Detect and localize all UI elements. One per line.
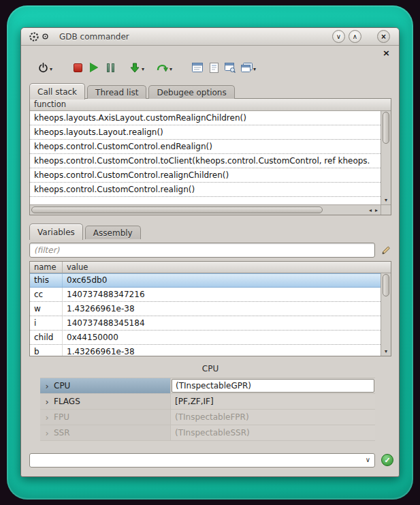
scroll-down-icon[interactable]: ▾ xyxy=(381,348,391,354)
variable-value: 1.43266961e-38 xyxy=(63,345,381,356)
close-icon: × xyxy=(381,33,386,41)
filter-input[interactable] xyxy=(29,243,375,258)
callstack-column-header[interactable]: function xyxy=(30,99,391,111)
scroll-left-icon[interactable]: ◂ xyxy=(369,207,372,213)
variable-row[interactable]: i 140737488345184 xyxy=(30,316,381,331)
horizontal-scroll-buttons: ◂ ▸ xyxy=(369,205,378,215)
variable-name: w xyxy=(30,302,63,316)
cpu-row-label: FLAGS xyxy=(54,397,80,406)
cpu-row[interactable]: › SSR (TInspectableSSR) xyxy=(40,425,375,441)
tab-thread-list[interactable]: Thread list xyxy=(87,85,146,99)
cpu-row[interactable]: › CPU (TInspectableGPR) xyxy=(40,378,375,394)
expander-icon[interactable]: › xyxy=(40,397,54,407)
combo-dropdown-icon[interactable]: ∨ xyxy=(366,456,370,463)
tab-assembly[interactable]: Assembly xyxy=(85,226,141,239)
app-icon xyxy=(29,31,39,42)
expander-icon[interactable]: › xyxy=(40,428,54,438)
variable-row[interactable]: cc 140737488347216 xyxy=(30,288,381,302)
variable-row[interactable]: b 1.43266961e-38 xyxy=(30,345,381,356)
callstack-row[interactable]: kheops.layouts.Layout.realign() xyxy=(30,125,381,140)
inspect-windows-button[interactable] xyxy=(239,59,254,76)
command-combobox[interactable]: ∨ xyxy=(29,453,375,468)
cpu-row-label: FPU xyxy=(54,412,69,422)
step-into-icon xyxy=(130,63,140,73)
variable-value: 0xc65db0 xyxy=(63,274,381,287)
pen-icon[interactable] xyxy=(381,245,391,258)
cpu-row-name-cell: › CPU xyxy=(40,378,171,393)
callstack-row[interactable]: kheops.control.CustomControl.endRealign(… xyxy=(30,140,381,154)
scroll-down-icon[interactable]: ▾ xyxy=(381,197,391,203)
titlebar[interactable]: GDB commander ∨ ∧ × xyxy=(21,28,399,46)
tab-variables[interactable]: Variables xyxy=(29,224,83,240)
view-output-icon xyxy=(192,63,203,72)
scroll-right-icon[interactable]: ▸ xyxy=(375,207,378,213)
variable-name: this xyxy=(30,274,63,287)
variables-list: this 0xc65db0 cc 140737488347216 w 1.432… xyxy=(30,273,381,356)
power-icon xyxy=(38,63,48,73)
step-over-dropdown-arrow[interactable]: ▾ xyxy=(169,66,172,72)
cpu-row-value-cell: (TInspectableGPR) xyxy=(171,378,375,393)
variable-row[interactable]: child 0x44150000 xyxy=(30,331,381,345)
pause-button[interactable] xyxy=(103,59,118,76)
power-dropdown-arrow[interactable]: ▾ xyxy=(50,66,52,72)
variable-row[interactable]: this 0xc65db0 xyxy=(30,273,381,288)
minimize-button[interactable]: ∨ xyxy=(332,30,345,43)
cpu-row-name-cell: › FPU xyxy=(40,410,171,425)
cpu-inspector-table: › CPU (TInspectableGPR) › FLAGS [PF,ZF,I… xyxy=(40,378,375,441)
tab-call-stack[interactable]: Call stack xyxy=(29,83,85,100)
scrollbar-thumb[interactable] xyxy=(383,112,389,144)
confirm-button[interactable]: ✓ xyxy=(381,454,393,466)
variables-tab-bar: Variables Assembly xyxy=(29,223,143,239)
step-over-button[interactable] xyxy=(155,59,170,76)
stack-tab-bar: Call stack Thread list Debugee options xyxy=(29,82,237,99)
minimize-icon: ∨ xyxy=(336,33,341,40)
callstack-row[interactable]: kheops.control.CustomControl.realign() xyxy=(30,183,381,197)
close-button[interactable]: × xyxy=(377,30,390,43)
run-icon xyxy=(90,63,98,72)
variables-header-row: name value xyxy=(30,262,391,273)
decorative-frame: GDB commander ∨ ∧ × × ▾ xyxy=(7,5,413,500)
step-into-dropdown-arrow[interactable]: ▾ xyxy=(142,66,144,72)
cpu-row-name-cell: › FLAGS xyxy=(40,394,171,409)
callstack-panel: function kheops.layouts.AxisLayout.custo… xyxy=(29,98,391,215)
cpu-row[interactable]: › FLAGS [PF,ZF,IF] xyxy=(40,394,375,410)
inspect-windows-dropdown-arrow[interactable]: ▾ xyxy=(253,66,256,72)
variable-value: 140737488345184 xyxy=(63,316,381,330)
cpu-row-label: CPU xyxy=(54,381,70,391)
cpu-row-value-cell: (TInspectableSSR) xyxy=(171,425,375,440)
cpu-value-editor[interactable]: (TInspectableGPR) xyxy=(172,379,374,393)
power-button[interactable] xyxy=(35,59,50,76)
stop-icon xyxy=(74,63,82,72)
variable-row[interactable]: w 1.43266961e-38 xyxy=(30,302,381,316)
dock-close-button[interactable]: × xyxy=(383,48,390,57)
step-into-button[interactable] xyxy=(127,59,142,76)
scrollbar-thumb[interactable] xyxy=(31,206,323,213)
scrollbar-thumb[interactable] xyxy=(383,274,389,296)
run-button[interactable] xyxy=(86,59,101,76)
scrollbar-corner xyxy=(381,204,391,215)
view-source-button[interactable] xyxy=(206,59,221,76)
column-header-value[interactable]: value xyxy=(63,262,88,273)
cpu-row-value-cell: [PF,ZF,IF] xyxy=(171,394,375,409)
view-watchpoints-icon xyxy=(225,63,236,73)
variables-panel: name value this 0xc65db0 cc 140737488347… xyxy=(29,261,391,356)
callstack-horizontal-scrollbar[interactable]: ◂ ▸ xyxy=(30,204,381,215)
callstack-row[interactable]: kheops.control.CustomControl.toClient(kh… xyxy=(30,154,381,168)
maximize-button[interactable]: ∧ xyxy=(349,30,361,43)
variables-vertical-scrollbar[interactable]: ▾ xyxy=(381,273,391,356)
view-watchpoints-button[interactable] xyxy=(223,59,238,76)
inspect-windows-icon xyxy=(241,63,253,72)
column-header-name[interactable]: name xyxy=(30,262,63,273)
tab-debugee-options[interactable]: Debugee options xyxy=(148,85,234,99)
callstack-row[interactable]: kheops.layouts.AxisLayout.customRealignC… xyxy=(30,111,381,125)
stop-button[interactable] xyxy=(70,59,85,76)
callstack-row[interactable]: kheops.control.CustomControl.realignChil… xyxy=(30,168,381,183)
cpu-group-title: CPU xyxy=(29,364,391,373)
expander-icon[interactable]: › xyxy=(40,412,54,423)
callstack-vertical-scrollbar[interactable]: ▾ xyxy=(381,111,391,204)
variable-value: 140737488347216 xyxy=(63,288,381,301)
expander-icon[interactable]: › xyxy=(40,381,54,391)
view-output-button[interactable] xyxy=(190,59,205,76)
cpu-row[interactable]: › FPU (TInspectableFPR) xyxy=(40,410,375,425)
cpu-row-name-cell: › SSR xyxy=(40,425,171,440)
